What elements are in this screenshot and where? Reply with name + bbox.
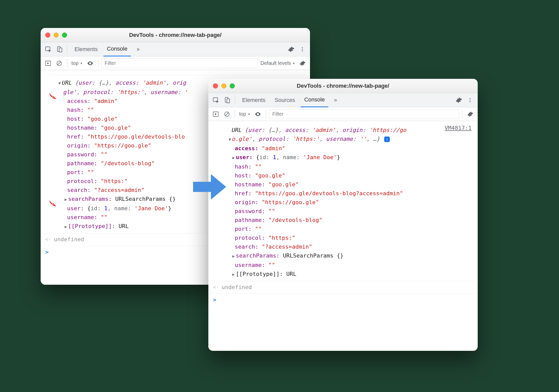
separator [235, 110, 235, 118]
minimize-dot[interactable] [221, 83, 226, 88]
titlebar: DevTools - chrome://new-tab-page/ [208, 79, 478, 93]
filter-input[interactable] [101, 58, 258, 68]
separator [67, 45, 67, 54]
source-link[interactable]: VM4817:1 [445, 124, 472, 132]
eye-icon[interactable] [253, 109, 263, 119]
separator [266, 110, 266, 118]
tab-console[interactable]: Console [301, 93, 328, 107]
levels-dropdown[interactable]: Default levels [259, 60, 296, 66]
expand-toggle[interactable] [64, 222, 68, 231]
separator [67, 59, 67, 68]
minimize-dot[interactable] [54, 33, 59, 38]
gear-icon[interactable] [454, 95, 464, 105]
info-badge[interactable]: i [384, 137, 390, 142]
close-dot[interactable] [45, 33, 50, 38]
gear-icon[interactable] [298, 58, 307, 68]
filterbar: top [208, 107, 478, 121]
play-sidebar-icon[interactable] [211, 109, 221, 119]
expand-toggle[interactable] [232, 252, 235, 261]
tab-sources[interactable]: Sources [271, 93, 299, 107]
tab-elements[interactable]: Elements [71, 42, 101, 56]
svg-point-3 [302, 47, 303, 48]
eye-icon[interactable] [85, 58, 95, 68]
clear-icon[interactable] [54, 58, 64, 68]
separator [462, 110, 462, 118]
tab-elements[interactable]: Elements [239, 93, 269, 107]
close-dot[interactable] [213, 83, 218, 88]
expand-toggle[interactable] [228, 135, 231, 144]
svg-point-13 [470, 100, 471, 101]
titlebar: DevTools - chrome://new-tab-page/ [41, 28, 310, 42]
svg-rect-11 [227, 99, 230, 103]
svg-point-12 [470, 98, 471, 99]
svg-line-17 [225, 113, 228, 116]
play-sidebar-icon[interactable] [43, 58, 53, 68]
zoom-dot[interactable] [62, 33, 67, 38]
svg-point-4 [302, 49, 303, 50]
expand-toggle[interactable] [232, 270, 235, 279]
window-title: DevTools - chrome://new-tab-page/ [208, 83, 478, 89]
traffic-lights [45, 33, 67, 38]
expand-toggle[interactable] [64, 195, 68, 204]
inspect-icon[interactable] [211, 95, 221, 105]
traffic-lights [213, 83, 235, 88]
input-caret-icon: > [45, 249, 49, 255]
output-caret-icon: <· [213, 283, 219, 292]
expand-toggle[interactable] [57, 79, 61, 88]
separator [98, 59, 98, 68]
separator [235, 96, 235, 104]
input-caret-icon: > [213, 297, 216, 303]
svg-rect-2 [59, 48, 62, 52]
output-caret-icon: <· [45, 235, 51, 244]
kebab-icon[interactable] [465, 95, 475, 105]
tabbar: Elements Console » [41, 42, 310, 56]
expand-toggle[interactable] [232, 153, 235, 162]
device-icon[interactable] [222, 95, 232, 105]
console-output[interactable]: VM4817:1 URL {user: {…}, access: 'admin'… [208, 121, 478, 351]
inspect-icon[interactable] [43, 44, 53, 54]
result-row: <· undefined [208, 281, 478, 293]
device-icon[interactable] [54, 44, 65, 54]
kebab-icon[interactable] [297, 44, 307, 54]
zoom-dot[interactable] [230, 83, 235, 88]
devtools-window-right: DevTools - chrome://new-tab-page/ Elemen… [208, 79, 478, 351]
svg-line-8 [58, 62, 61, 65]
window-title: DevTools - chrome://new-tab-page/ [41, 32, 310, 38]
tab-console[interactable]: Console [103, 42, 131, 56]
gear-icon[interactable] [465, 109, 475, 119]
filter-input[interactable] [269, 109, 459, 119]
tabbar: Elements Sources Console » [208, 93, 478, 107]
svg-point-14 [470, 101, 471, 102]
context-dropdown[interactable]: top [70, 60, 84, 66]
svg-point-5 [302, 50, 303, 51]
tab-more[interactable]: » [330, 93, 340, 107]
filterbar: top Default levels [41, 56, 310, 70]
prompt-row[interactable]: > [208, 293, 478, 306]
clear-icon[interactable] [222, 109, 232, 119]
gear-icon[interactable] [286, 44, 296, 54]
context-dropdown[interactable]: top [238, 111, 252, 117]
tab-more[interactable]: » [133, 42, 143, 56]
